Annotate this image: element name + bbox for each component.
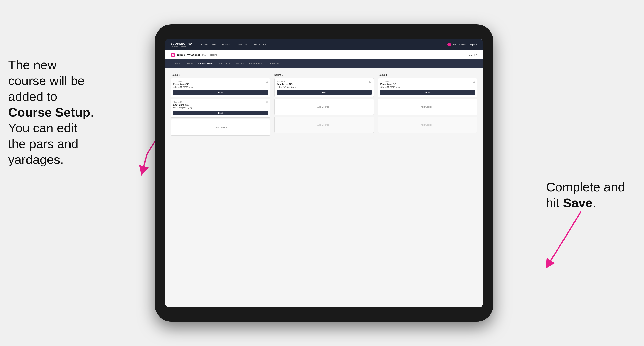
sub-header-left: C Clippd Invitational (Men) Hosting xyxy=(171,53,217,57)
round1-course-a-tee: Yellow (M) (6629 yds) xyxy=(173,86,268,88)
nav-separator: | xyxy=(468,43,468,46)
annotation-line-6: the pars and xyxy=(8,137,78,151)
annotation-right-line1: Complete and xyxy=(546,180,625,194)
main-content: Round 1 ⊟ (Course A) Peachtree GC Yellow… xyxy=(165,68,483,307)
annotation-line-4-suffix: . xyxy=(90,105,94,119)
round2-add-course-disabled-box: Add Course + xyxy=(274,117,374,133)
annotation-line-3: added to xyxy=(8,89,57,103)
nav-links: TOURNAMENTS TEAMS COMMITTEE RANKINGS xyxy=(198,43,447,46)
annotation-line-2: course will be xyxy=(8,74,85,88)
cancel-button[interactable]: Cancel ✕ xyxy=(468,53,477,56)
top-nav: SCOREBOARD Powered by clippd TOURNAMENTS… xyxy=(165,39,483,50)
logo-scoreboard: SCOREBOARD xyxy=(171,42,192,45)
round1-course-a-name: Peachtree GC xyxy=(173,83,268,86)
round1-course-a-card: ⊟ (Course A) Peachtree GC Yellow (M) (66… xyxy=(171,78,270,97)
round1-course-b-tee: Black (M) (6891 yds) xyxy=(173,107,268,109)
tab-bar: Details Teams Course Setup Tee Groups Re… xyxy=(165,59,483,68)
round2-course-a-delete[interactable]: ⊟ xyxy=(369,80,372,83)
tablet-device: SCOREBOARD Powered by clippd TOURNAMENTS… xyxy=(155,24,493,322)
logo-sub: Powered by clippd xyxy=(171,45,192,47)
hosting-badge: Hosting xyxy=(210,54,217,56)
round3-course-a-edit-button[interactable]: Edit xyxy=(380,90,475,95)
round2-add-course-label: Add Course + xyxy=(317,106,331,108)
round3-course-a-delete[interactable]: ⊟ xyxy=(472,80,476,83)
round3-add-course-box[interactable]: Add Course + xyxy=(378,99,477,115)
annotation-left: The new course will be added to Course S… xyxy=(8,57,126,168)
tab-results[interactable]: Results xyxy=(233,59,246,68)
annotation-line-4-bold: Course Setup xyxy=(8,105,90,119)
tournament-name: Clippd Invitational xyxy=(177,53,200,56)
nav-tournaments[interactable]: TOURNAMENTS xyxy=(198,43,217,46)
nav-rankings[interactable]: RANKINGS xyxy=(254,43,266,46)
tablet-screen: SCOREBOARD Powered by clippd TOURNAMENTS… xyxy=(165,39,483,307)
round1-add-course-box[interactable]: Add Course + xyxy=(171,119,270,136)
tab-tee-groups[interactable]: Tee Groups xyxy=(216,59,233,68)
tab-teams[interactable]: Teams xyxy=(184,59,196,68)
sub-header: C Clippd Invitational (Men) Hosting Canc… xyxy=(165,50,483,59)
round1-course-b-card: ⊟ (Course B) East Lake GC Black (M) (689… xyxy=(171,99,270,118)
round-3-label: Round 3 xyxy=(378,74,477,76)
round-1-col: Round 1 ⊟ (Course A) Peachtree GC Yellow… xyxy=(171,74,270,137)
round-1-label: Round 1 xyxy=(171,74,270,76)
cancel-label: Cancel xyxy=(468,54,475,56)
round2-course-a-edit-button[interactable]: Edit xyxy=(276,90,372,95)
round3-add-course-disabled-box: Add Course + xyxy=(378,117,477,133)
round1-course-b-name: East Lake GC xyxy=(173,103,268,106)
round3-course-a-card: ⊟ (Course A) Peachtree GC Yellow (M) (66… xyxy=(378,78,477,97)
sign-out-link[interactable]: Sign out xyxy=(470,43,477,46)
user-avatar xyxy=(447,43,451,46)
tab-details[interactable]: Details xyxy=(171,59,184,68)
round-2-col: Round 2 ⊟ (Course A) Peachtree GC Yellow… xyxy=(274,74,374,137)
logo-area: SCOREBOARD Powered by clippd xyxy=(171,42,192,47)
tab-course-setup[interactable]: Course Setup xyxy=(196,59,216,68)
rounds-grid: Round 1 ⊟ (Course A) Peachtree GC Yellow… xyxy=(171,74,477,137)
round2-course-a-tee: Yellow (M) (6629 yds) xyxy=(276,86,372,88)
arrow-right xyxy=(532,208,601,277)
round1-course-b-edit-button[interactable]: Edit xyxy=(173,111,268,115)
round3-add-course-disabled-label: Add Course + xyxy=(421,124,434,126)
round3-course-a-tee: Yellow (M) (6629 yds) xyxy=(380,86,475,88)
annotation-line-7: yardages. xyxy=(8,153,64,167)
nav-right: blair@clippd.io | Sign out xyxy=(447,43,477,46)
round1-course-b-delete[interactable]: ⊟ xyxy=(265,101,268,104)
round-3-col: Round 3 ⊟ (Course A) Peachtree GC Yellow… xyxy=(378,74,477,137)
tab-leaderboards[interactable]: Leaderboards xyxy=(246,59,266,68)
tab-printables[interactable]: Printables xyxy=(266,59,282,68)
round1-course-b-tag: (Course B) xyxy=(173,101,268,103)
tournament-gender: (Men) xyxy=(202,54,208,56)
round3-add-course-label: Add Course + xyxy=(421,106,434,108)
round1-course-a-tag: (Course A) xyxy=(173,80,268,82)
annotation-line-5: You can edit xyxy=(8,121,77,135)
nav-committee[interactable]: COMMITTEE xyxy=(235,43,250,46)
round1-course-a-delete[interactable]: ⊟ xyxy=(265,80,268,83)
round3-course-a-tag: (Course A) xyxy=(380,80,475,82)
annotation-line-1: The new xyxy=(8,58,57,72)
user-email: blair@clippd.io xyxy=(453,43,466,46)
round1-add-course-label: Add Course + xyxy=(214,126,228,129)
annotation-right: Complete and hit Save. xyxy=(546,179,632,211)
round2-course-a-name: Peachtree GC xyxy=(276,83,372,86)
round1-course-a-edit-button[interactable]: Edit xyxy=(173,90,268,95)
round2-course-a-card: ⊟ (Course A) Peachtree GC Yellow (M) (66… xyxy=(274,78,374,97)
round2-course-a-tag: (Course A) xyxy=(276,80,372,82)
round2-add-course-disabled-label: Add Course + xyxy=(317,124,331,126)
round3-course-a-name: Peachtree GC xyxy=(380,83,475,86)
brand-icon: C xyxy=(171,53,175,57)
nav-teams[interactable]: TEAMS xyxy=(222,43,230,46)
cancel-x-icon: ✕ xyxy=(476,53,477,56)
round-2-label: Round 2 xyxy=(274,74,374,76)
round2-add-course-box[interactable]: Add Course + xyxy=(274,99,374,115)
